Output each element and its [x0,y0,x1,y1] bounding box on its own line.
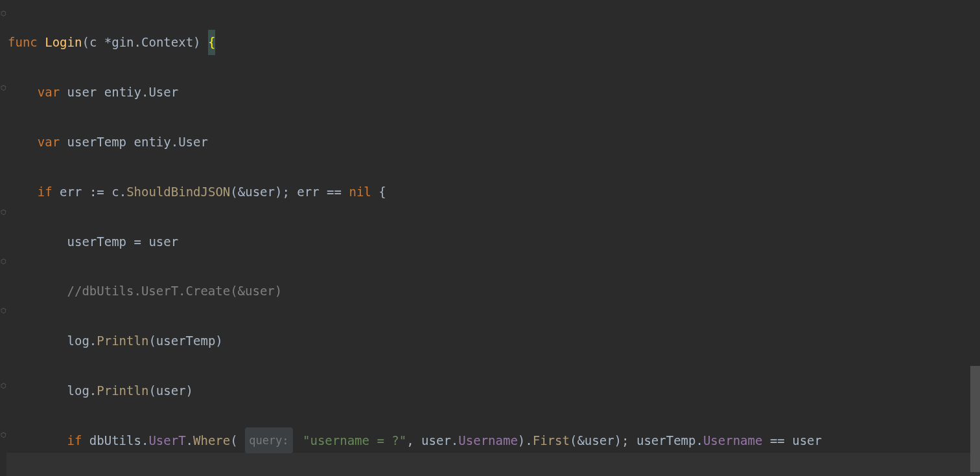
code-line[interactable]: var user entiy.User [8,80,980,104]
keyword-var: var [38,130,60,154]
keyword-if: if [38,179,52,204]
comment-line: //dbUtils.UserT.Create(&user) [67,278,283,303]
vertical-scrollbar-track[interactable] [970,0,980,476]
gutter-marker-icon[interactable]: ⬡ [0,6,6,19]
code-line[interactable]: userTemp = user [8,229,980,254]
gutter-marker-icon[interactable]: ⬡ [0,255,6,267]
gutter-marker-icon[interactable]: ⬡ [0,379,6,392]
code-editor[interactable]: func Login(c *gin.Context) { var user en… [0,0,980,476]
gutter-marker-icon[interactable]: ⬡ [0,304,6,317]
parameter-hint: query: [245,427,292,453]
vertical-scrollbar-thumb[interactable] [970,366,980,472]
gutter-marker-icon[interactable]: ⬡ [0,205,6,218]
code-line[interactable]: //dbUtils.UserT.Create(&user) [8,278,980,303]
keyword-func: func [8,30,38,54]
code-line[interactable]: func Login(c *gin.Context) { [8,30,980,54]
code-line[interactable]: log.Println(userTemp) [8,328,980,353]
code-line[interactable]: if err := c.ShouldBindJSON(&user); err =… [8,179,980,204]
keyword-if: if [67,428,82,453]
function-name: Login [45,30,82,54]
code-line[interactable]: var userTemp entiy.User [8,130,980,154]
param-c: c [89,30,97,54]
gutter-marker-icon[interactable]: ⬡ [0,81,6,94]
code-line[interactable]: log.Println(user) [8,378,980,403]
brace-open-highlight: { [208,30,215,54]
code-line[interactable]: if dbUtils.UserT.Where( query: "username… [8,428,980,453]
keyword-var: var [38,80,60,104]
editor-gutter: ⬡ ⬡ ⬡ ⬡ ⬡ ⬡ ⬡ [0,0,6,476]
string-literal: "username = ?" [303,428,406,453]
gutter-marker-icon[interactable]: ⬡ [0,428,6,441]
